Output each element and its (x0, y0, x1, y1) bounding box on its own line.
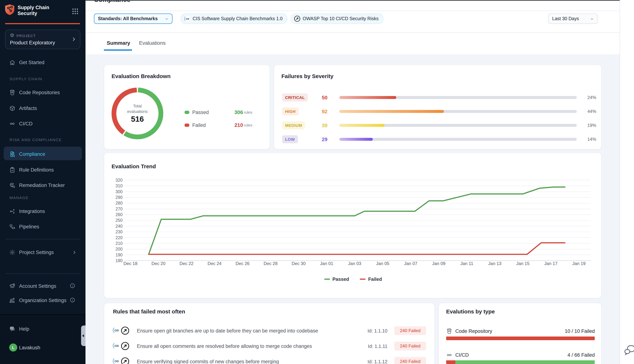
sidebar-item-remediation-tracker[interactable]: Remediation Tracker (0, 181, 86, 190)
failures-by-severity-card: Failures by Severity CRITICAL5024%HIGH92… (274, 64, 602, 150)
sidebar-item-account-settings[interactable]: Account Settings (0, 282, 86, 290)
svg-text:Dec 18: Dec 18 (123, 261, 137, 266)
type-value: 10 / 10 Failed (565, 328, 595, 334)
home-icon (9, 59, 16, 66)
svg-text:Jan 07: Jan 07 (404, 261, 417, 266)
info-icon[interactable] (70, 297, 75, 303)
org-chart-gear-icon (9, 297, 16, 303)
benchmark-chip-cis[interactable]: CIS CIS Software Supply Chain Benchmarks… (180, 14, 287, 24)
sidebar-item-ci-cd[interactable]: CI/CD (0, 119, 86, 128)
sidebar-item-artifacts[interactable]: Artifacts (0, 104, 86, 112)
wrench-cube-icon (9, 182, 16, 188)
scrollbar-gutter[interactable] (620, 0, 634, 364)
app-switcher-grid-icon[interactable] (72, 8, 79, 15)
legend-dot (185, 110, 189, 114)
svg-text:280: 280 (116, 201, 123, 206)
rule-text: Ensure open git branches are up to date … (137, 328, 318, 334)
rule-id: Id: 1.1.11 (347, 343, 388, 349)
cis-icon: CIS (112, 342, 120, 350)
rule-row[interactable]: CISEnsure open git branches are up to da… (104, 325, 435, 336)
chip-label: CIS Software Supply Chain Benchmarks 1.0 (193, 16, 283, 21)
svg-text:Jan 11: Jan 11 (460, 261, 473, 266)
project-cube-icon (10, 33, 14, 38)
severity-pill: MEDIUM (282, 121, 305, 130)
rule-row[interactable]: CISEnsure verifying signed commits of ne… (104, 356, 435, 364)
severity-pill: LOW (282, 135, 298, 143)
svg-text:Jan 05: Jan 05 (376, 261, 389, 266)
sidebar-section-label: MANAGE (10, 196, 29, 200)
summary-panel: Evaluation Breakdown Total evaluations 5… (86, 54, 620, 364)
rule-row[interactable]: CISEnsure all open comments are resolved… (104, 340, 435, 352)
sidebar-item-compliance[interactable]: Compliance (0, 150, 86, 158)
legend-unit: rules (244, 123, 252, 127)
severity-percent: 19% (587, 123, 596, 128)
svg-text:?: ? (11, 327, 13, 330)
type-label: Code Repository (455, 328, 492, 334)
integrations-icon (9, 208, 16, 214)
sidebar-item-label: CI/CD (19, 121, 33, 126)
severity-row-critical: CRITICAL5024% (274, 92, 602, 103)
type-bar (446, 336, 595, 340)
trend-legend-passed[interactable]: Passed (324, 276, 349, 282)
project-name: Product Exploratory (10, 40, 55, 46)
legend-value: 210 (234, 122, 243, 128)
sidebar-item-rule-definitions[interactable]: Rule Definitions (0, 165, 86, 174)
severity-bar (339, 138, 577, 141)
info-icon[interactable] (70, 283, 75, 288)
evaluation-breakdown-card: Evaluation Breakdown Total evaluations 5… (104, 64, 270, 150)
sidebar-item-get-started[interactable]: Get Started (0, 58, 86, 67)
sidebar-item-help[interactable]: ? Help (0, 324, 86, 333)
severity-row-high: HIGH9244% (274, 106, 602, 117)
trend-legend: PassedFailed (104, 276, 602, 282)
sidebar-item-label: Help (19, 326, 29, 332)
benchmark-chip-owasp[interactable]: OWASP Top 10 CI/CD Security Risks (290, 14, 383, 24)
sidebar-item-label: Project Settings (19, 250, 54, 255)
project-selector[interactable]: PROJECT Product Exploratory (5, 30, 80, 49)
trend-legend-failed[interactable]: Failed (360, 276, 382, 282)
svg-text:Jan 01: Jan 01 (320, 261, 333, 266)
owasp-icon (121, 342, 130, 350)
date-range-dropdown[interactable]: Last 30 Days (548, 14, 598, 24)
sidebar-item-integrations[interactable]: Integrations (0, 207, 86, 216)
svg-text:290: 290 (116, 195, 123, 200)
svg-text:Dec 28: Dec 28 (264, 261, 277, 266)
svg-text:Jan 17: Jan 17 (544, 261, 557, 266)
tab-summary[interactable]: Summary (107, 40, 130, 46)
donut-center-label: evaluations (127, 109, 148, 114)
svg-text:CIS: CIS (115, 360, 119, 363)
sidebar-item-label: Compliance (19, 151, 45, 157)
sidebar-divider (5, 274, 80, 274)
evaluations-by-type-card: Evalutions by type Code Repository10 / 1… (438, 303, 602, 364)
sidebar-item-code-repositories[interactable]: Code Repositories (0, 88, 86, 97)
active-tab-underline (104, 50, 132, 50)
owasp-icon (294, 16, 300, 22)
svg-text:250: 250 (116, 218, 123, 223)
app-title-line2: Security (18, 11, 37, 16)
sidebar-item-label: Rule Definitions (19, 167, 54, 172)
rule-id: Id: 1.1.12 (347, 359, 388, 364)
svg-text:310: 310 (116, 184, 123, 188)
svg-text:Jan 15: Jan 15 (516, 261, 529, 266)
cube-icon (9, 105, 16, 111)
standards-dropdown[interactable]: Standards: All Benchmarks (94, 14, 172, 24)
rule-failed-badge: 240 Failed (394, 357, 426, 364)
gear-icon (9, 249, 16, 255)
sidebar-collapse-handle[interactable] (81, 326, 86, 346)
sidebar-item-pipelines[interactable]: Pipelines (0, 222, 86, 231)
chip-label: OWASP Top 10 CI/CD Security Risks (303, 16, 379, 21)
severity-row-low: LOW2914% (274, 134, 602, 145)
donut-center-label: Total (133, 103, 142, 109)
chat-help-icon[interactable] (624, 344, 634, 356)
doc-search-icon (9, 151, 16, 157)
avatar[interactable]: L (9, 344, 17, 352)
card-title: Evaluation Breakdown (112, 73, 171, 79)
main-content: Compliance Standards: All Benchmarks CIS… (86, 0, 620, 364)
evaluation-donut-chart: Total evaluations 516 (112, 88, 163, 139)
sidebar-item-organization-settings[interactable]: Organization Settings (0, 296, 86, 304)
sidebar-item-label: Code Repositories (19, 90, 60, 95)
tab-evaluations[interactable]: Evaluations (139, 40, 166, 46)
severity-pill: HIGH (282, 108, 298, 116)
svg-text:Dec 20: Dec 20 (152, 261, 165, 266)
sidebar-item-label: Artifacts (19, 106, 37, 111)
sidebar-item-project-settings[interactable]: Project Settings (0, 248, 86, 256)
